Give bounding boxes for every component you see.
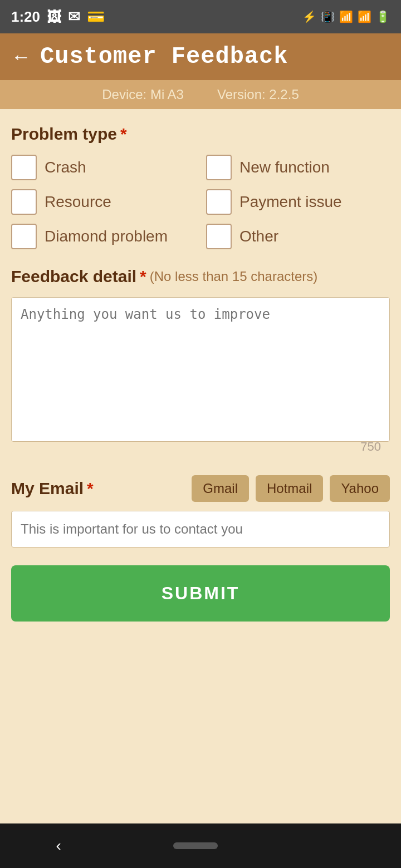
status-left: 1:20 🖼 ✉ 💳 <box>11 8 105 26</box>
checkbox-crash[interactable] <box>11 155 37 180</box>
main-content: Problem type * Crash New function Resour… <box>0 109 401 823</box>
problem-type-required: * <box>120 125 127 144</box>
nav-back-icon[interactable]: ‹ <box>56 837 61 855</box>
nav-home-pill[interactable] <box>173 842 218 849</box>
label-crash: Crash <box>45 159 86 176</box>
checkbox-payment-issue[interactable] <box>206 189 232 215</box>
app-header: ← Customer Feedback <box>0 33 401 80</box>
wifi-icon: 📶 <box>339 10 353 23</box>
email-input[interactable] <box>11 511 390 548</box>
label-payment-issue: Payment issue <box>239 193 342 211</box>
checkbox-other[interactable] <box>206 224 232 249</box>
checkbox-item-other: Other <box>206 224 390 249</box>
vibrate-icon: 📳 <box>321 10 335 23</box>
checkbox-item-payment-issue: Payment issue <box>206 189 390 215</box>
feedback-textarea[interactable] <box>11 297 390 442</box>
device-info-bar: Device: Mi A3 Version: 2.2.5 <box>0 80 401 109</box>
feedback-detail-label: Feedback detail * (No less than 15 chara… <box>11 267 390 286</box>
back-button[interactable]: ← <box>11 45 31 68</box>
mail-icon: ✉ <box>68 8 80 26</box>
label-other: Other <box>239 228 278 245</box>
yahoo-button[interactable]: Yahoo <box>330 475 390 502</box>
checkbox-item-new-function: New function <box>206 155 390 180</box>
hotmail-button[interactable]: Hotmail <box>256 475 323 502</box>
checkbox-item-resource: Resource <box>11 189 195 215</box>
checkbox-new-function[interactable] <box>206 155 232 180</box>
battery-icon: 🔋 <box>376 10 390 23</box>
email-quick-fill-buttons: Gmail Hotmail Yahoo <box>192 475 390 502</box>
problem-type-label: Problem type * <box>11 125 390 144</box>
checkbox-resource[interactable] <box>11 189 37 215</box>
bluetooth-icon: ⚡ <box>302 10 316 23</box>
page-title: Customer Feedback <box>40 43 288 70</box>
submit-button[interactable]: SUBMIT <box>11 565 390 622</box>
feedback-required: * <box>140 267 146 286</box>
checkbox-item-crash: Crash <box>11 155 195 180</box>
device-name: Device: Mi A3 <box>102 87 184 102</box>
email-required: * <box>87 479 94 498</box>
nav-bar: ‹ <box>0 823 401 868</box>
signal-icon: 📶 <box>358 10 371 23</box>
char-count: 750 <box>360 440 381 454</box>
email-label: My Email * <box>11 479 94 498</box>
email-row: My Email * Gmail Hotmail Yahoo <box>11 475 390 502</box>
label-new-function: New function <box>239 159 330 176</box>
label-resource: Resource <box>45 193 111 211</box>
checkbox-diamond-problem[interactable] <box>11 224 37 249</box>
app-version: Version: 2.2.5 <box>217 87 299 102</box>
status-time: 1:20 <box>11 8 40 26</box>
feedback-hint: (No less than 15 characters) <box>150 269 317 284</box>
label-diamond-problem: Diamond problem <box>45 228 168 245</box>
payment-icon: 💳 <box>87 8 105 26</box>
feedback-textarea-wrapper: 750 <box>11 297 390 460</box>
gmail-button[interactable]: Gmail <box>192 475 249 502</box>
status-bar: 1:20 🖼 ✉ 💳 ⚡ 📳 📶 📶 🔋 <box>0 0 401 33</box>
photo-icon: 🖼 <box>47 8 61 26</box>
status-right: ⚡ 📳 📶 📶 🔋 <box>302 10 390 23</box>
problem-type-grid: Crash New function Resource Payment issu… <box>11 155 390 249</box>
checkbox-item-diamond-problem: Diamond problem <box>11 224 195 249</box>
